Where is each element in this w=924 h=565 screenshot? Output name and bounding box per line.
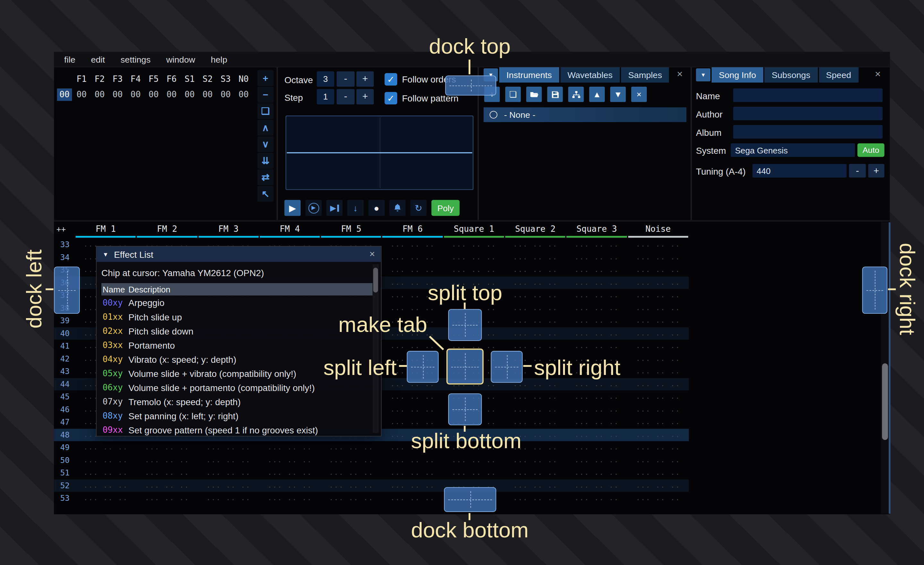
remove-order-button[interactable]: − <box>257 87 273 103</box>
pattern-cell[interactable]: ... .. .. .... <box>443 264 505 276</box>
octave-decrease-button[interactable]: - <box>336 71 354 87</box>
dock-target-left[interactable] <box>54 266 80 314</box>
channel-header[interactable]: FM 2 <box>136 222 198 238</box>
channel-header[interactable]: FM 5 <box>321 222 382 238</box>
pattern-cell[interactable]: ... .. .. .... <box>627 365 689 377</box>
pattern-row[interactable]: 50... .. .. ....... .. .. ....... .. .. … <box>54 454 689 466</box>
channel-header[interactable]: Noise <box>627 222 689 238</box>
album-input[interactable] <box>733 125 883 138</box>
instrument-list-item[interactable]: - None - <box>483 107 686 122</box>
pattern-cell[interactable]: ... .. .. .... <box>566 238 627 251</box>
split-target-top[interactable] <box>448 309 482 341</box>
pattern-cell[interactable]: ... .. .. .... <box>566 289 627 301</box>
pattern-cell[interactable]: ... .. .. .... <box>382 479 443 492</box>
pattern-cell[interactable]: ... .. .. .... <box>566 428 627 441</box>
pattern-cell[interactable]: ... .. .. .... <box>382 238 443 251</box>
add-channels-button[interactable]: ++ <box>57 225 66 234</box>
pattern-cell[interactable]: ... .. .. .... <box>627 403 689 416</box>
order-cell[interactable]: 00 <box>199 89 217 101</box>
pattern-cell[interactable]: ... .. .. .... <box>443 238 505 251</box>
tuning-decrease-button[interactable]: - <box>849 164 866 177</box>
song-info-close-button[interactable]: × <box>875 69 881 79</box>
pattern-cell[interactable]: ... .. .. .... <box>259 492 321 504</box>
split-target-left[interactable] <box>407 351 439 383</box>
pattern-cell[interactable]: ... .. .. .... <box>566 327 627 340</box>
delete-instrument-button[interactable]: × <box>631 87 647 102</box>
pattern-cell[interactable]: ... .. .. .... <box>627 454 689 466</box>
step-input[interactable]: 1 <box>316 89 334 104</box>
pattern-cell[interactable]: ... .. .. .... <box>505 466 566 479</box>
pattern-cell[interactable]: ... .. .. .... <box>505 340 566 352</box>
pattern-cell[interactable]: ... .. .. .... <box>627 238 689 251</box>
effect-row[interactable]: 09xx Set groove pattern (speed 1 if no g… <box>101 423 376 436</box>
pattern-cell[interactable]: ... .. .. .... <box>566 302 627 314</box>
dock-target-top[interactable] <box>446 75 496 95</box>
pattern-cell[interactable]: ... .. .. .... <box>627 251 689 264</box>
pattern-cell[interactable]: ... .. .. .... <box>627 428 689 441</box>
order-cell[interactable]: 00 <box>234 89 252 101</box>
pattern-cell[interactable]: ... .. .. .... <box>136 479 198 492</box>
repeat-pattern-button[interactable]: ↻ <box>410 200 426 216</box>
order-cell[interactable]: 00 <box>127 89 145 101</box>
pattern-cell[interactable]: ... .. .. .... <box>198 466 259 479</box>
order-cell[interactable]: 00 <box>181 89 199 101</box>
effect-row[interactable]: 08xy Set panning (x: left; y: right) <box>101 409 376 423</box>
pattern-cell[interactable]: ... .. .. .... <box>75 479 136 492</box>
author-input[interactable] <box>733 107 883 120</box>
pattern-cell[interactable]: ... .. .. .... <box>382 264 443 276</box>
collapse-button[interactable]: ▼ <box>103 251 109 257</box>
dock-target-bottom[interactable] <box>444 487 496 512</box>
tuning-increase-button[interactable]: + <box>868 164 884 177</box>
pattern-cell[interactable]: ... .. .. .... <box>627 302 689 314</box>
effect-list-titlebar[interactable]: ▼ Effect List × <box>97 246 381 262</box>
pattern-cell[interactable]: ... .. .. .... <box>505 289 566 301</box>
pattern-cell[interactable]: ... .. .. .... <box>136 492 198 504</box>
pattern-cell[interactable]: ... .. .. .... <box>198 479 259 492</box>
pattern-cell[interactable]: ... .. .. .... <box>627 314 689 327</box>
move-order-up-button[interactable]: ∧ <box>257 120 273 136</box>
channel-header[interactable]: FM 1 <box>75 222 136 238</box>
pattern-cell[interactable]: ... .. .. .... <box>627 289 689 301</box>
effect-row[interactable]: 07xy Tremolo (x: speed; y: depth) <box>101 395 376 409</box>
metronome-button[interactable] <box>390 200 405 216</box>
channel-header[interactable]: Square 2 <box>505 222 566 238</box>
duplicate-order-to-end-button[interactable]: ⇊ <box>257 153 273 169</box>
pattern-row[interactable]: 52... .. .. ....... .. .. ....... .. .. … <box>54 479 689 492</box>
split-target-right[interactable] <box>491 351 523 383</box>
instruments-close-button[interactable]: × <box>677 69 683 79</box>
pattern-cell[interactable]: ... .. .. .... <box>627 416 689 428</box>
order-row-index[interactable]: 00 <box>57 89 72 101</box>
order-cell[interactable]: 00 <box>163 89 181 101</box>
pattern-cell[interactable]: ... .. .. .... <box>259 454 321 466</box>
pattern-cell[interactable]: ... .. .. .... <box>566 416 627 428</box>
pattern-cell[interactable]: ... .. .. .... <box>198 492 259 504</box>
add-order-button[interactable]: + <box>257 70 273 86</box>
pattern-cell[interactable]: ... .. .. .... <box>382 454 443 466</box>
octave-input[interactable]: 3 <box>316 71 334 87</box>
song-info-tab[interactable]: Song Info <box>712 67 763 83</box>
pattern-cell[interactable]: ... .. .. .... <box>443 466 505 479</box>
order-cell[interactable]: 00 <box>90 89 108 101</box>
system-auto-button[interactable]: Auto <box>857 143 884 157</box>
octave-increase-button[interactable]: + <box>357 71 374 87</box>
pattern-cell[interactable]: ... .. .. .... <box>382 391 443 403</box>
menu-item[interactable]: file <box>57 54 83 64</box>
menu-item[interactable]: settings <box>112 54 158 64</box>
pattern-cell[interactable]: ... .. .. .... <box>321 454 382 466</box>
pattern-cell[interactable]: ... .. .. .... <box>627 276 689 289</box>
effect-row[interactable]: 03xx Portamento <box>101 338 376 352</box>
channel-header[interactable]: FM 6 <box>382 222 443 238</box>
pattern-cell[interactable]: ... .. .. .... <box>259 466 321 479</box>
order-edit-mode-button[interactable]: ↖ <box>257 186 273 202</box>
pattern-cell[interactable]: ... .. .. .... <box>627 479 689 492</box>
order-cell[interactable]: 00 <box>217 89 234 101</box>
pattern-cell[interactable]: ... .. .. .... <box>566 314 627 327</box>
pattern-cell[interactable]: ... .. .. .... <box>198 454 259 466</box>
channel-header[interactable]: FM 3 <box>198 222 259 238</box>
pattern-cell[interactable]: ... .. .. .... <box>566 391 627 403</box>
pattern-cell[interactable]: ... .. .. .... <box>627 492 689 504</box>
pattern-cell[interactable]: ... .. .. .... <box>566 492 627 504</box>
song-info-tab[interactable]: Subsongs <box>765 67 818 83</box>
move-instrument-up-button[interactable]: ▲ <box>589 87 605 102</box>
pattern-cell[interactable]: ... .. .. .... <box>505 238 566 251</box>
